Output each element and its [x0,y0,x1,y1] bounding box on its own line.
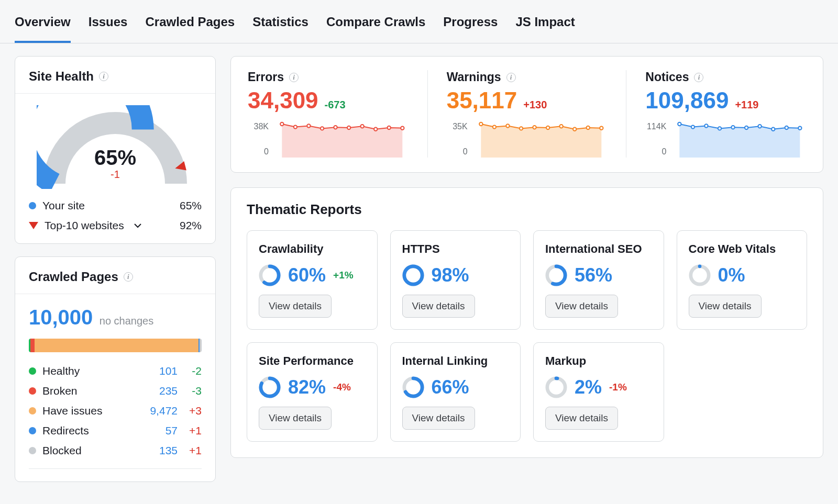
svg-point-27 [758,125,762,128]
report-name: HTTPS [402,242,509,256]
report-https: HTTPS 98%View details [390,230,521,330]
thematic-title: Thematic Reports [247,201,807,218]
svg-point-34 [404,266,422,284]
svg-point-11 [479,122,482,126]
metric-value: 35,117 [447,87,517,114]
site-health-title: Site Health [29,69,94,84]
legend-top10-label: Top-10 websites [45,219,124,232]
view-details-button[interactable]: View details [259,295,332,318]
view-details-button[interactable]: View details [259,407,332,430]
status-label: Healthy [42,365,137,377]
metric-delta: +119 [735,99,758,111]
svg-point-2 [294,125,297,128]
status-label: Blocked [42,444,137,457]
donut-icon [402,376,424,398]
report-internal-linking: Internal Linking 66%View details [390,342,521,442]
report-name: Core Web Vitals [689,242,796,256]
view-details-button[interactable]: View details [402,407,475,430]
crawled-total[interactable]: 10,000 [29,306,93,329]
report-core-web-vitals: Core Web Vitals 0%View details [677,230,808,330]
view-details-button[interactable]: View details [402,295,475,318]
tab-crawled-pages[interactable]: Crawled Pages [145,0,235,43]
info-icon[interactable]: i [124,272,133,282]
donut-icon [402,264,424,286]
status-delta: -3 [178,385,202,397]
spark-axis: 38K0 [248,121,269,158]
gauge-center: 65% -1 [37,146,194,181]
donut-icon [259,264,281,286]
status-label: Redirects [42,424,137,437]
view-details-button[interactable]: View details [689,295,762,318]
report-name: Markup [545,354,652,368]
donut-icon [545,264,567,286]
status-row[interactable]: Healthy101-2 [29,365,202,377]
legend-your-site: Your site 65% [29,199,202,212]
status-row[interactable]: Broken235-3 [29,385,202,397]
sparkline [674,121,806,158]
metric-warnings[interactable]: Warningsi35,117+13035K0 [428,70,627,158]
gauge-percent: 65% [37,146,194,170]
left-column: Site Health i 65% -1 [15,56,216,482]
top-tabs: OverviewIssuesCrawled PagesStatisticsCom… [0,0,838,43]
status-row[interactable]: Redirects57+1 [29,424,202,437]
info-icon[interactable]: i [289,73,299,82]
view-details-button[interactable]: View details [545,407,618,430]
svg-point-17 [559,125,563,128]
tab-js-impact[interactable]: JS Impact [515,0,575,43]
status-row[interactable]: Blocked135+1 [29,444,202,457]
svg-point-20 [600,127,603,130]
svg-point-26 [745,126,748,129]
metric-title: Errors [248,70,284,84]
tab-overview[interactable]: Overview [15,0,71,43]
tab-statistics[interactable]: Statistics [252,0,308,43]
report-site-performance: Site Performance 82%-4%View details [247,342,378,442]
svg-point-8 [374,128,377,131]
svg-point-18 [573,128,576,131]
chevron-down-icon [134,221,142,230]
svg-point-4 [321,127,324,130]
info-icon[interactable]: i [506,73,516,82]
legend-top10[interactable]: Top-10 websites 92% [29,219,202,232]
crawled-pages-header: Crawled Pages i [15,257,215,294]
svg-point-29 [785,126,788,129]
crawled-pages-body: 10,000 no changes Healthy101-2Broken235-… [15,294,215,481]
tab-compare-crawls[interactable]: Compare Crawls [326,0,425,43]
crawled-pages-title: Crawled Pages [29,270,118,284]
sparkline [475,121,608,158]
divider [29,468,202,469]
metric-errors[interactable]: Errorsi34,309-67338K0 [247,70,428,158]
dot-icon [29,387,36,395]
report-percent: 82% [288,376,326,398]
dot-icon [29,447,36,454]
report-percent: 66% [432,376,469,398]
status-delta: -2 [178,365,202,377]
site-health-card: Site Health i 65% -1 [15,56,216,244]
info-icon[interactable]: i [99,72,108,81]
status-label: Have issues [42,405,137,417]
status-count: 57 [137,424,178,437]
view-details-button[interactable]: View details [545,295,618,318]
tab-progress[interactable]: Progress [443,0,498,43]
svg-point-6 [347,126,350,129]
report-percent: 2% [575,376,602,398]
crawled-bar [29,339,202,352]
site-health-header: Site Health i [15,57,215,94]
metric-delta: +130 [523,99,547,111]
status-delta: +1 [178,444,202,457]
donut-icon [545,376,567,398]
report-markup: Markup 2%-1%View details [533,342,664,442]
report-name: Crawlability [259,242,366,256]
info-icon[interactable]: i [694,73,703,82]
status-row[interactable]: Have issues9,472+3 [29,405,202,417]
thematic-reports-card: Thematic Reports Crawlability 60%+1%View… [230,187,823,458]
svg-point-22 [691,125,694,128]
metric-notices[interactable]: Noticesi109,869+119114K0 [626,70,807,158]
site-health-gauge: 65% -1 [15,94,215,196]
sparkline [276,121,409,158]
tab-issues[interactable]: Issues [89,0,128,43]
bar-segment [35,339,199,352]
metric-title: Notices [645,70,689,84]
donut-icon [259,376,281,398]
dot-icon [29,202,36,209]
spark-axis: 114K0 [645,121,666,158]
